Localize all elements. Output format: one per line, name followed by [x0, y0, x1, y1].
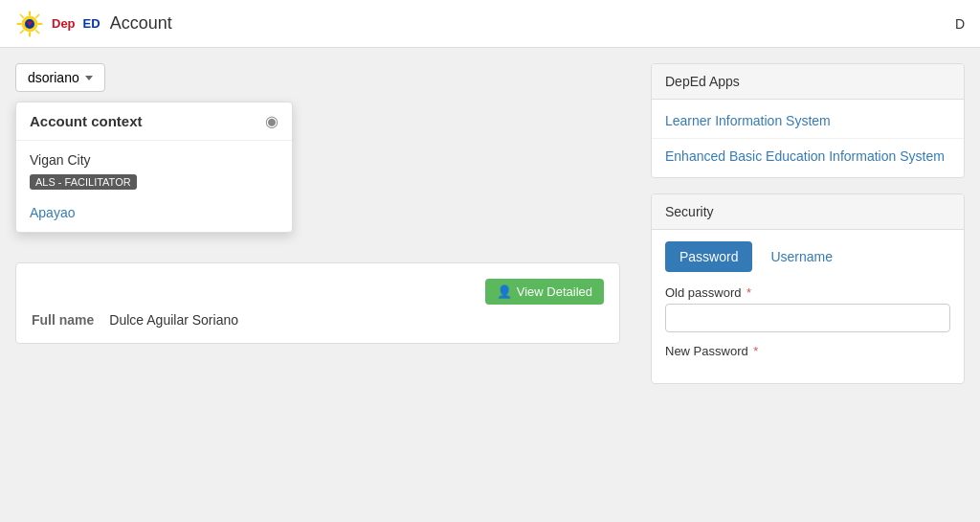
logo-ed: ED [83, 16, 100, 31]
view-detailed-button[interactable]: 👤 View Detailed [485, 279, 604, 305]
account-context-title: Account context [30, 113, 143, 129]
deped-apps-header: DepEd Apps [652, 64, 964, 100]
ebeis-link[interactable]: Enhanced Basic Education Information Sys… [652, 139, 964, 173]
svg-line-6 [20, 14, 24, 18]
svg-line-9 [20, 30, 24, 34]
security-fields: Old password * New Password * [652, 272, 964, 383]
dropdown-body: Vigan City ALS - FACILITATOR Apayao [16, 141, 292, 232]
app-header: DepED Account D [0, 0, 980, 48]
deped-logo-icon [15, 10, 44, 38]
lis-link[interactable]: Learner Information System [652, 103, 964, 139]
old-password-required: * [743, 285, 751, 300]
context-sub-link[interactable]: Apayao [30, 205, 278, 220]
new-password-required: * [750, 344, 759, 358]
view-detailed-label: View Detailed [517, 284, 592, 299]
page-title: Account [110, 13, 172, 34]
full-name-label: Full name [32, 312, 94, 328]
dropdown-caret-icon [85, 76, 93, 80]
logo-area: DepED [15, 10, 100, 38]
header-right-indicator: D [955, 16, 965, 32]
deped-apps-body: Learner Information System Enhanced Basi… [652, 100, 964, 177]
profile-card: 👤 View Detailed Full name Dulce Aguilar … [15, 262, 620, 344]
right-sidebar: DepEd Apps Learner Information System En… [635, 48, 980, 522]
logo-dep: Dep [52, 16, 76, 31]
new-password-label: New Password * [665, 344, 950, 358]
old-password-input[interactable] [665, 304, 950, 332]
user-dropdown-button[interactable]: dsoriano [15, 63, 105, 92]
context-city: Vigan City [30, 152, 278, 168]
security-section: Security Password Username Old password … [651, 193, 965, 384]
username-tab[interactable]: Username [756, 241, 847, 272]
account-context-panel: Account context ◉ Vigan City ALS - FACIL… [15, 102, 293, 233]
old-password-label: Old password * [665, 285, 950, 300]
password-tab[interactable]: Password [665, 241, 752, 272]
profile-card-inner: 👤 View Detailed Full name Dulce Aguilar … [32, 279, 604, 328]
main-container: dsoriano Account context ◉ Vigan City AL… [0, 48, 980, 522]
close-context-button[interactable]: ◉ [265, 112, 278, 130]
deped-apps-section: DepEd Apps Learner Information System En… [651, 63, 965, 178]
security-tabs: Password Username [652, 230, 964, 272]
svg-line-8 [35, 14, 39, 18]
role-badge: ALS - FACILITATOR [30, 174, 137, 190]
username-label: dsoriano [28, 70, 79, 85]
svg-line-7 [35, 30, 39, 34]
profile-info: Full name Dulce Aguilar Soriano [32, 312, 604, 328]
old-password-group: Old password * [665, 285, 950, 332]
person-icon: 👤 [497, 284, 512, 299]
security-header: Security [652, 194, 964, 230]
dropdown-header: Account context ◉ [16, 102, 292, 141]
new-password-group: New Password * [665, 344, 950, 358]
content-area: dsoriano Account context ◉ Vigan City AL… [0, 48, 635, 522]
full-name-value: Dulce Aguilar Soriano [109, 312, 238, 328]
